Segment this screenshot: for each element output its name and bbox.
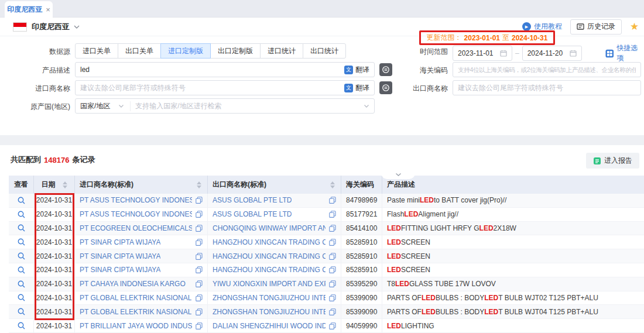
product-desc-input[interactable] [80, 66, 341, 74]
exporter-link[interactable]: ZHONGSHAN TONGJIUZHOU INTERNA... [213, 294, 326, 302]
importer-link[interactable]: PT CAHAYA INDONESIA KARGO [80, 280, 186, 288]
copy-button[interactable] [326, 197, 336, 204]
copy-button[interactable] [326, 211, 336, 218]
magnifier-icon[interactable] [18, 322, 25, 329]
favorite-star-icon[interactable]: ★ [630, 20, 636, 33]
copy-button[interactable] [326, 322, 336, 329]
data-source-tab-进口统计[interactable]: 进口统计 [260, 43, 303, 59]
exporter-link[interactable]: ASUS GLOBAL PTE LTD [213, 210, 292, 218]
copy-icon[interactable] [196, 211, 203, 218]
magnifier-icon[interactable] [18, 308, 25, 315]
data-source-tab-进口关单[interactable]: 进口关单 [75, 43, 118, 59]
importer-link[interactable]: PT SINAR CIPTA WIJAYA [80, 252, 160, 260]
origin-country-select[interactable]: 国家/地区 [80, 101, 131, 111]
magnifier-icon[interactable] [18, 252, 25, 260]
magnifier-icon[interactable] [18, 224, 25, 232]
importer-input[interactable] [80, 84, 341, 92]
copy-icon[interactable] [329, 211, 336, 218]
copy-button[interactable] [192, 308, 203, 315]
exporter-link[interactable]: HANGZHOU XINGCAN TRADING CO LTD [213, 252, 326, 260]
hs-code-input[interactable] [458, 66, 636, 74]
column-header-2[interactable]: 进口商名称(标准) [75, 176, 208, 194]
quick-options-link[interactable]: 快捷选项 [605, 43, 644, 63]
importer-link[interactable]: PT SINAR CIPTA WIJAYA [80, 238, 160, 246]
sort-desc-icon[interactable] [197, 186, 201, 188]
copy-button[interactable] [326, 266, 336, 273]
exporter-link[interactable]: ASUS GLOBAL PTE LTD [213, 196, 292, 204]
copy-icon[interactable] [196, 294, 203, 301]
exporter-link[interactable]: YIWU XIONGXIN IMPORT AND EXPORT... [213, 280, 326, 288]
exporter-link[interactable]: ZHONGSHAN TONGJIUZHOU INTERNA... [213, 308, 326, 316]
chevron-down-icon[interactable] [364, 104, 369, 108]
copy-icon[interactable] [196, 322, 203, 329]
copy-icon[interactable] [329, 322, 336, 329]
copy-icon[interactable] [196, 266, 203, 273]
copy-button[interactable] [192, 225, 203, 232]
sort-asc-icon[interactable] [197, 181, 201, 184]
tab-close-icon[interactable]: × [46, 6, 50, 13]
magnifier-icon[interactable] [18, 294, 25, 301]
sort-asc-icon[interactable] [330, 181, 335, 184]
data-source-tab-出口统计[interactable]: 出口统计 [303, 43, 346, 59]
copy-icon[interactable] [329, 308, 336, 315]
column-header-3[interactable]: 出口商名称(标准) [208, 176, 341, 194]
copy-button[interactable] [326, 253, 336, 260]
origin-country-input[interactable] [135, 102, 364, 110]
importer-link[interactable]: PT GLOBAL ELEKTRIK NASIONAL [80, 308, 191, 316]
exporter-link[interactable]: HANGZHOU XINGCAN TRADING CO LTD [213, 238, 326, 246]
translate-button[interactable]: 文 翻译 [344, 65, 369, 75]
sort-carets[interactable] [63, 181, 67, 188]
copy-button[interactable] [192, 197, 203, 204]
magnifier-icon[interactable] [18, 211, 25, 218]
copy-button[interactable] [326, 280, 336, 287]
exporter-input[interactable] [458, 84, 636, 92]
collapse-form-button[interactable] [381, 170, 415, 179]
enter-report-button[interactable]: 进入报告 [586, 153, 639, 169]
data-source-tab-进口定制版[interactable]: 进口定制版 [160, 43, 211, 59]
copy-button[interactable] [192, 280, 203, 287]
importer-link[interactable]: PT GLOBAL ELEKTRIK NASIONAL [80, 294, 191, 302]
exporter-link[interactable]: HANGZHOU XINGCAN TRADING CO LTD [213, 266, 326, 274]
chevron-down-icon[interactable] [73, 25, 80, 29]
exporter-link[interactable]: DALIAN SHENGZHIHUI WOOD INDUST... [213, 322, 326, 330]
copy-icon[interactable] [196, 239, 203, 246]
copy-button[interactable] [192, 211, 203, 218]
copy-icon[interactable] [196, 197, 203, 204]
copy-button[interactable] [192, 322, 203, 329]
sort-desc-icon[interactable] [63, 186, 67, 188]
copy-button[interactable] [192, 266, 203, 273]
magnifier-icon[interactable] [18, 266, 25, 274]
exporter-link[interactable]: CHONGQING WINWAY IMPORT AND E... [213, 224, 326, 232]
copy-button[interactable] [326, 308, 336, 315]
magnifier-icon[interactable] [18, 280, 25, 288]
magnifier-icon[interactable] [18, 238, 25, 246]
column-header-1[interactable]: 日期 [34, 176, 75, 194]
data-source-tab-出口关单[interactable]: 出口关单 [118, 43, 161, 59]
importer-link[interactable]: PT ASUS TECHNOLOGY INDONESIA BA... [80, 196, 192, 204]
copy-icon[interactable] [196, 308, 203, 315]
copy-icon[interactable] [329, 294, 336, 301]
importer-link[interactable]: PT ASUS TECHNOLOGY INDONESIA BA... [80, 210, 192, 218]
copy-icon[interactable] [329, 280, 336, 287]
history-button[interactable]: 历史记录 [570, 19, 622, 35]
date-from-input[interactable]: 2023-11-01 [453, 46, 512, 61]
copy-button[interactable] [326, 294, 336, 301]
sort-desc-icon[interactable] [330, 186, 335, 188]
importer-link[interactable]: PT BRILLIANT JAYA WOOD INDUSTRY [80, 322, 192, 330]
date-to-input[interactable]: 2024-11-20 [522, 46, 582, 61]
sort-carets[interactable] [330, 181, 335, 188]
copy-icon[interactable] [329, 197, 336, 204]
copy-icon[interactable] [329, 266, 336, 273]
copy-icon[interactable] [196, 253, 203, 260]
magnifier-icon[interactable] [18, 197, 25, 204]
importer-link[interactable]: PT SINAR CIPTA WIJAYA [80, 266, 160, 274]
sort-carets[interactable] [197, 181, 201, 188]
copy-button[interactable] [192, 253, 203, 260]
data-source-tab-出口定制版[interactable]: 出口定制版 [210, 43, 261, 59]
copy-icon[interactable] [329, 225, 336, 232]
copy-icon[interactable] [196, 280, 203, 287]
copy-button[interactable] [326, 225, 336, 232]
country-tab[interactable]: 印度尼西亚 × [5, 1, 53, 18]
copy-icon[interactable] [196, 225, 203, 232]
importer-link[interactable]: PT ECOGREEN OLEOCHEMICALS [80, 224, 192, 232]
